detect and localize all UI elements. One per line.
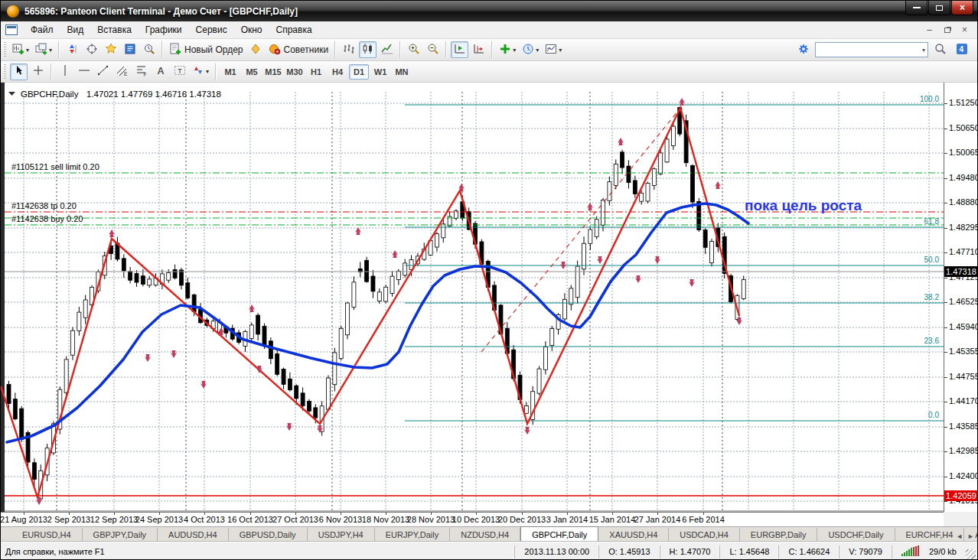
chart-svg[interactable]: 100.061.850.038.223.60.0#1105121 sell li… (1, 83, 944, 512)
tabs-scroll-left-icon[interactable]: ◄ (956, 532, 963, 540)
chart-tab-eurusd-h4[interactable]: EURUSD,H4 (11, 528, 83, 542)
vertical-line-tool-button[interactable] (56, 63, 73, 80)
chart-tab-nzdusd-h4[interactable]: NZDUSD,H4 (450, 528, 520, 542)
search-input[interactable] (816, 44, 920, 56)
gear-icon (797, 43, 810, 57)
chart-tab-usdcad-h4[interactable]: USDCAD,H4 (669, 528, 740, 542)
market-watch-button[interactable] (64, 41, 81, 58)
chart-tab-audusd-h4[interactable]: AUDUSD,H4 (158, 528, 229, 542)
new-chart-dropdown-icon[interactable]: ▾ (26, 47, 29, 54)
advisors-button[interactable]: Советники (266, 41, 331, 58)
timeframe-d1-button[interactable]: D1 (349, 64, 369, 80)
search-button[interactable] (931, 41, 949, 58)
equidistant-channel-tool-button[interactable]: E (113, 63, 131, 80)
templates-dropdown-icon[interactable]: ▾ (559, 47, 562, 54)
strategy-tester-button[interactable] (140, 41, 158, 58)
price-axis[interactable]: 1.512501.506501.500651.494801.488801.482… (944, 83, 978, 512)
chart-tab-usdchf-daily[interactable]: USDCHF,Daily (817, 528, 895, 542)
toolbar-separator (58, 41, 60, 58)
status-bar-close: C: 1.46624 (778, 545, 839, 558)
market-watch-icon (67, 43, 79, 57)
bar-chart-icon (343, 43, 355, 57)
zoom-in-icon (408, 43, 420, 57)
toolbar-grip[interactable] (4, 64, 6, 80)
periods-dropdown-icon[interactable]: ▾ (536, 47, 539, 54)
timeframe-m5-button[interactable]: M5 (242, 64, 262, 80)
auto-scroll-button[interactable] (451, 41, 468, 58)
date-axis[interactable]: 21 Aug 20132 Sep 201312 Sep 201324 Sep 2… (1, 512, 944, 526)
menu-вид[interactable]: Вид (60, 22, 91, 37)
templates-button[interactable]: ▾ (543, 41, 564, 58)
resize-grip[interactable] (966, 549, 976, 559)
menu-сервис[interactable]: Сервис (189, 22, 234, 37)
minimize-button[interactable] (905, 1, 927, 15)
terminal-button[interactable] (121, 41, 139, 58)
fibonacci-tool-button[interactable]: F (132, 63, 150, 80)
status-bar: Для справки, нажмите F1 2013.11.13 00:00… (1, 542, 977, 560)
indicators-dropdown-icon[interactable]: ▾ (513, 47, 516, 54)
metaeditor-button[interactable] (247, 41, 265, 58)
text-label-tool-button[interactable]: T (171, 63, 188, 80)
menu-справка[interactable]: Справка (269, 22, 319, 37)
timeframe-m30-button[interactable]: M30 (285, 64, 305, 80)
menu-окно[interactable]: Окно (234, 22, 269, 37)
chart-restore-button[interactable] (939, 23, 955, 37)
chart-shift-button[interactable] (470, 41, 487, 58)
chart-tab-xauusd-h4[interactable]: XAUUSD,H4 (598, 528, 669, 542)
chart-tab-eurgbp-daily[interactable]: EURGBP,Daily (740, 528, 818, 542)
tabs-scroll-right-icon[interactable]: ► (967, 532, 974, 540)
terminal-window: 565896: Panteon Client Terminal - Демо С… (0, 0, 978, 560)
bar-chart-button[interactable] (340, 41, 357, 58)
chart-tab-gbpchf-daily[interactable]: GBPCHF,Daily (520, 526, 598, 542)
price-tick (944, 427, 947, 428)
crosshair-tool-button[interactable] (29, 63, 47, 80)
zoom-in-button[interactable] (405, 41, 422, 58)
timeframe-m15-button[interactable]: M15 (263, 64, 283, 80)
svg-text:A: A (157, 66, 164, 77)
timeframe-h4-button[interactable]: H4 (328, 64, 347, 80)
navigator-button[interactable] (102, 41, 119, 58)
price-label: 1.42400 (949, 471, 978, 480)
menu-вставка[interactable]: Вставка (90, 22, 139, 37)
profiles-button[interactable]: ▾ (33, 41, 54, 58)
cursor-tool-button[interactable] (10, 63, 28, 80)
chart-tab-gbpjpy-daily[interactable]: GBPJPY,Daily (83, 528, 158, 542)
new-chart-button[interactable]: ▾ (10, 41, 31, 58)
search-box: ▾ (815, 42, 928, 57)
price-tick (944, 153, 947, 154)
maximize-button[interactable] (928, 1, 950, 15)
date-label: 6 Feb 2014 (673, 515, 734, 524)
chat-button[interactable]: 4 (953, 41, 970, 58)
indicators-button[interactable]: ▾ (497, 41, 518, 58)
chart-close-button[interactable]: × (957, 23, 973, 37)
arrows-dropdown-icon[interactable]: ▾ (206, 68, 209, 75)
horizontal-line-tool-button[interactable] (75, 63, 93, 80)
trend-line-tool-button[interactable] (94, 63, 112, 80)
timeframe-m1-button[interactable]: M1 (220, 64, 240, 80)
arrows-tool-button[interactable]: ▾ (190, 63, 211, 80)
profiles-dropdown-icon[interactable]: ▾ (49, 47, 52, 54)
new-order-button[interactable]: Новый Ордер (167, 41, 245, 58)
menu-графики[interactable]: Графики (139, 22, 189, 37)
settings-button[interactable] (794, 41, 812, 58)
search-dropdown-icon[interactable]: ▾ (920, 47, 927, 54)
menu-файл[interactable]: Файл (24, 22, 60, 37)
candle-chart-button[interactable] (359, 41, 377, 58)
timeframe-w1-button[interactable]: W1 (370, 64, 390, 80)
toolbar-grip[interactable] (4, 42, 6, 57)
timeframe-mn-button[interactable]: MN (392, 64, 412, 80)
price-tick (944, 228, 947, 229)
chart-tab-eurjpy-daily[interactable]: EURJPY,Daily (375, 528, 451, 542)
close-button[interactable]: × (951, 1, 973, 15)
chart-minimize-button[interactable]: – (921, 23, 937, 37)
timeframe-h1-button[interactable]: H1 (306, 64, 326, 80)
periods-button[interactable]: ▾ (520, 41, 541, 58)
line-chart-button[interactable] (378, 41, 396, 58)
chart-tab-eurchf-h4[interactable]: EURCHF,H4 (895, 528, 965, 542)
chart-tab-usdjpy-h4[interactable]: USDJPY,H4 (308, 528, 375, 542)
zoom-out-button[interactable] (424, 41, 442, 58)
crosshair-window-button[interactable] (83, 41, 100, 58)
text-tool-button[interactable]: A (152, 63, 169, 80)
chart-tab-gbpusd-daily[interactable]: GBPUSD,Daily (229, 528, 308, 542)
chart-symbol-label: GBPCHF,Daily (21, 90, 79, 99)
